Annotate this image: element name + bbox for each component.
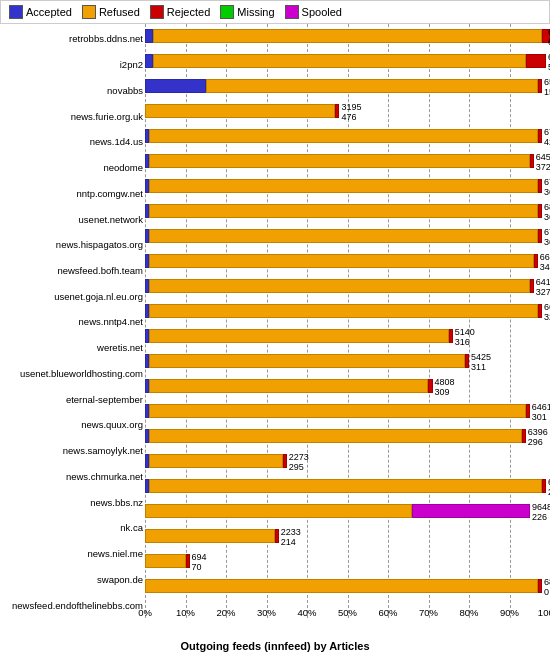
top-val: 5140 [455,327,475,337]
bar-row: 9648226 [145,503,550,520]
bar-value-label: 6645323 [542,303,550,323]
x-tick: 0% [138,607,152,618]
bar-wrapper: 68530 [145,579,550,593]
bot-val: 363 [544,237,550,247]
bar-wrapper: 6414327 [145,279,550,293]
bar-value-label: 6450372 [534,153,550,173]
bar-segment-refused [145,104,335,118]
inner-bar [145,54,550,68]
bar-wrapper: 4808309 [145,379,550,393]
inner-bar [145,579,550,593]
inner-bar [145,329,550,343]
bar-segment-refused [149,179,538,193]
bar-segment-refused [149,329,449,343]
inner-bar [145,279,550,293]
bar-row: 65621501 [145,78,550,95]
x-tick: 20% [216,607,235,618]
bar-wrapper: 65621501 [145,79,550,93]
y-axis-labels: retrobbs.ddns.neti2pn2novabbsnews.furie.… [0,24,145,638]
legend-item-spooled: Spooled [285,5,342,19]
inner-bar [145,229,550,243]
bar-row: 6396296 [145,428,550,445]
bar-row: 6739369 [145,178,550,195]
x-tick: 10% [176,607,195,618]
bar-wrapper: 6847367 [145,204,550,218]
bot-val: 423 [544,137,550,147]
bar-wrapper: 62055159 [145,54,550,68]
bar-segment-rejected [526,54,546,68]
chart-area: retrobbs.ddns.neti2pn2novabbsnews.furie.… [0,24,550,638]
top-val: 6853 [544,577,550,587]
legend-color-refused [82,5,96,19]
y-label: usenet.goja.nl.eu.org [2,287,143,305]
inner-bar [145,29,550,43]
bar-row: 6744363 [145,228,550,245]
bar-segment-refused [153,29,542,43]
x-tick: 40% [297,607,316,618]
bot-val: 309 [435,387,450,397]
inner-bar [145,379,550,393]
bar-segment-refused [149,479,542,493]
bar-value-label: 9648226 [530,503,550,523]
bar-wrapper: 6396296 [145,429,550,443]
bar-segment-spooled [412,504,530,518]
y-label: weretis.net [2,339,143,357]
bot-val: 70 [192,562,202,572]
bar-row: 5425311 [145,353,550,370]
x-tick: 60% [378,607,397,618]
bar-segment-refused [153,54,526,68]
y-label: neodome [2,159,143,177]
x-tick: 100% [538,607,550,618]
bot-val: 295 [289,462,304,472]
bar-value-label: 6739369 [542,178,550,198]
bot-val: 214 [281,537,296,547]
bar-value-label: 65621501 [542,78,550,98]
y-label: news.hispagatos.org [2,236,143,254]
bot-val: 316 [455,337,470,347]
bar-value-label: 6801287 [546,478,550,498]
top-val: 2233 [281,527,301,537]
top-val: 3195 [341,102,361,112]
bar-segment-refused [145,554,186,568]
inner-bar [145,479,550,493]
bot-val: 0 [544,587,549,597]
legend-label-refused: Refused [99,6,140,18]
bar-value-label: 6706423 [542,128,550,148]
bar-row: 6706423 [145,128,550,145]
bar-value-label: 2273295 [287,453,309,473]
bar-segment-refused [149,154,530,168]
bar-wrapper: 6645323 [145,304,550,318]
x-tick: 80% [459,607,478,618]
bar-wrapper: 6461301 [145,404,550,418]
top-val: 6396 [528,427,548,437]
bot-val: 372 [536,162,550,172]
inner-bar [145,504,550,518]
bot-val: 369 [544,187,550,197]
bar-segment-accepted [145,54,153,68]
y-label: retrobbs.ddns.net [2,30,143,48]
bar-value-label: 4808309 [433,378,455,398]
x-tick: 70% [419,607,438,618]
bar-wrapper: 5140316 [145,329,550,343]
bar-row: 6450372 [145,153,550,170]
bar-wrapper: 6706423 [145,129,550,143]
bot-val: 367 [544,212,550,222]
top-val: 6414 [536,277,550,287]
bar-row: 6461301 [145,403,550,420]
top-val: 6744 [544,227,550,237]
y-label: newsfeed.bofh.team [2,261,143,279]
bar-segment-refused [149,304,538,318]
bar-wrapper: 6739369 [145,179,550,193]
top-val: 6706 [544,127,550,137]
inner-bar [145,454,550,468]
inner-bar [145,129,550,143]
bar-value-label: 6461301 [530,403,550,423]
y-label: usenet.network [2,210,143,228]
bar-wrapper: 2273295 [145,454,550,468]
legend-color-spooled [285,5,299,19]
top-val: 4808 [435,377,455,387]
top-val: 6847 [544,202,550,212]
y-label: nk.ca [2,519,143,537]
x-axis: 0%10%20%30%40%50%60%70%80%90%100% [145,599,550,618]
bar-row: 2273295 [145,453,550,470]
